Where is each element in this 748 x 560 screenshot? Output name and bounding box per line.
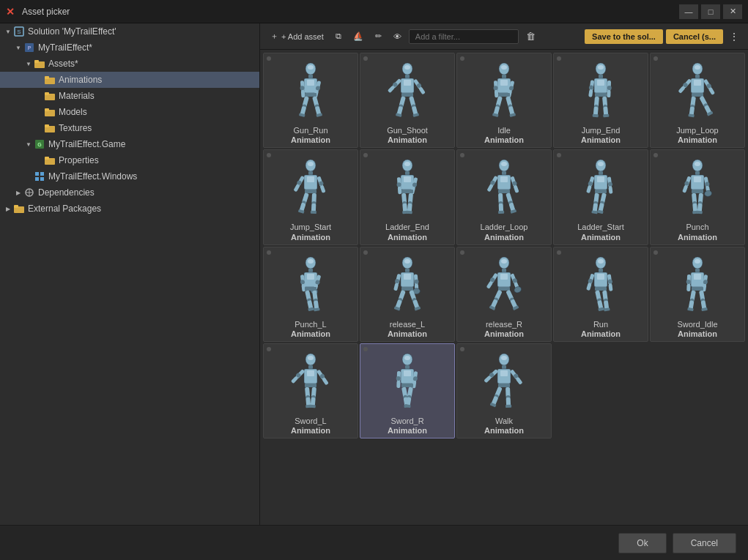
asset-card-jump_end[interactable]: Jump_EndAnimation: [553, 53, 648, 148]
add-asset-button[interactable]: ＋ + Add asset: [266, 28, 328, 45]
svg-rect-146: [311, 211, 316, 214]
asset-card-run[interactable]: RunAnimation: [553, 247, 648, 342]
asset-card-ladder_loop[interactable]: Ladder_LoopAnimation: [456, 149, 552, 244]
delete-button[interactable]: 🗑: [522, 28, 540, 45]
cancel-save-button[interactable]: Cancel (s...: [666, 29, 723, 44]
duplicate-button[interactable]: ⧉: [331, 29, 346, 44]
asset-card-jump_loop[interactable]: Jump_LoopAnimation: [650, 53, 745, 148]
pencil-icon: ✏: [375, 31, 382, 41]
svg-rect-74: [495, 90, 499, 97]
asset-card-release_l[interactable]: release_LAnimation: [360, 247, 455, 342]
asset-card-sword_l[interactable]: Sword_LAnimation: [263, 343, 358, 438]
svg-rect-358: [396, 381, 400, 388]
view-button[interactable]: 👁: [389, 29, 406, 44]
asset-name-label: Punch: [686, 222, 708, 232]
minimize-button[interactable]: —: [679, 4, 698, 19]
svg-rect-295: [597, 274, 604, 280]
svg-rect-19: [40, 172, 44, 176]
svg-rect-58: [401, 93, 413, 97]
asset-preview: [374, 250, 440, 316]
close-button[interactable]: ✕: [723, 4, 742, 19]
asset-card-sword_idle[interactable]: Sword_IdleAnimation: [650, 247, 745, 342]
move-icon: ⛵: [353, 31, 363, 41]
asset-card-release_r[interactable]: release_RAnimation: [456, 247, 552, 342]
svg-rect-137: [320, 185, 326, 193]
asset-card-walk[interactable]: WalkAnimation: [456, 343, 552, 438]
sidebar-item-assets[interactable]: ▼Assets*: [0, 56, 259, 72]
asset-name-label: Run: [593, 319, 608, 329]
add-asset-label: + Add asset: [281, 32, 324, 41]
asset-dot-indicator: [363, 347, 368, 351]
svg-rect-315: [694, 274, 701, 280]
svg-rect-232: [307, 274, 314, 280]
asset-card-ladder_start[interactable]: Ladder_StartAnimation: [553, 149, 648, 244]
ok-button[interactable]: Ok: [618, 533, 666, 553]
svg-rect-169: [502, 171, 506, 175]
svg-rect-272: [502, 269, 506, 272]
asset-card-gun_shoot[interactable]: Gun_ShootAnimation: [360, 53, 455, 148]
save-solution-button[interactable]: Save to the sol...: [585, 29, 663, 44]
sidebar-item-mytraileffect-windows[interactable]: MyTrailEffect.Windows: [0, 168, 259, 184]
sidebar-item-materials[interactable]: Materials: [0, 88, 259, 104]
asset-name-label: Idle: [497, 125, 511, 135]
sidebar-item-animations[interactable]: Animations: [0, 72, 259, 88]
asset-name-label: Ladder_End: [385, 222, 429, 232]
svg-point-229: [308, 259, 314, 264]
svg-rect-97: [607, 90, 610, 97]
move-button[interactable]: ⛵: [349, 29, 368, 44]
svg-rect-298: [586, 283, 592, 291]
asset-preview: [374, 56, 440, 122]
filter-input[interactable]: [409, 29, 519, 44]
asset-grid-container[interactable]: Gun_RunAnimation: [260, 50, 748, 525]
asset-dot-indicator: [267, 250, 271, 255]
svg-rect-49: [405, 75, 410, 78]
asset-preview: [664, 153, 730, 219]
sidebar-item-textures[interactable]: Textures: [0, 120, 259, 136]
svg-rect-362: [401, 384, 413, 387]
app-icon: ✕: [6, 6, 18, 18]
asset-type-label: Animation: [484, 135, 524, 144]
sidebar-item-label: External Packages: [28, 204, 101, 214]
asset-card-sword_r[interactable]: Sword_RAnimation: [360, 343, 455, 438]
asset-card-jump_start[interactable]: Jump_StartAnimation: [263, 149, 358, 244]
asset-toolbar: ＋ + Add asset ⧉ ⛵ ✏ 👁 🗑 Save to the sol.…: [260, 23, 748, 50]
svg-rect-149: [405, 171, 410, 175]
asset-name-label: Sword_L: [295, 416, 326, 426]
svg-rect-158: [401, 190, 413, 193]
maximize-button[interactable]: □: [701, 4, 720, 19]
sidebar-item-solution[interactable]: ▼SSolution 'MyTrailEffect': [0, 23, 259, 40]
asset-card-gun_run[interactable]: Gun_RunAnimation: [263, 53, 358, 148]
asset-preview: [568, 56, 634, 122]
svg-rect-129: [308, 171, 313, 175]
cancel-button[interactable]: Cancel: [673, 533, 736, 553]
asset-grid: Gun_RunAnimation: [263, 53, 745, 438]
asset-dot-indicator: [460, 153, 464, 157]
sidebar-item-mytraileffect-game[interactable]: ▼GMyTrailEffect.Game: [0, 136, 259, 152]
asset-dot-indicator: [267, 347, 271, 351]
more-options-button[interactable]: ⋮: [726, 28, 742, 45]
asset-name-label: Gun_Run: [293, 125, 327, 135]
svg-rect-78: [498, 93, 510, 97]
asset-dot-indicator: [267, 153, 271, 157]
asset-card-punch_l[interactable]: Punch_LAnimation: [263, 247, 358, 342]
svg-rect-256: [393, 283, 399, 291]
asset-name-label: Sword_Idle: [677, 319, 717, 329]
sidebar-item-dependencies[interactable]: ▶Dependencies: [0, 184, 259, 201]
svg-rect-109: [695, 75, 700, 78]
sidebar-item-external-packages[interactable]: ▶External Packages: [0, 201, 259, 217]
sidebar-item-label: Materials: [59, 91, 95, 101]
asset-card-idle[interactable]: IdleAnimation: [456, 53, 552, 148]
folder-icon: [44, 106, 56, 118]
svg-rect-131: [307, 176, 314, 182]
sidebar-item-models[interactable]: Models: [0, 104, 259, 120]
asset-card-punch[interactable]: PunchAnimation: [650, 149, 745, 244]
svg-rect-38: [305, 93, 316, 97]
svg-rect-98: [595, 93, 607, 97]
sidebar-item-mytraileffect[interactable]: ▼PMyTrailEffect*: [0, 40, 259, 56]
asset-preview: [278, 56, 344, 122]
edit-button[interactable]: ✏: [371, 29, 386, 44]
sidebar-item-properties[interactable]: Properties: [0, 152, 259, 168]
asset-type-label: Animation: [484, 329, 524, 338]
asset-card-ladder_end[interactable]: Ladder_EndAnimation: [360, 149, 455, 244]
svg-rect-9: [45, 92, 49, 95]
